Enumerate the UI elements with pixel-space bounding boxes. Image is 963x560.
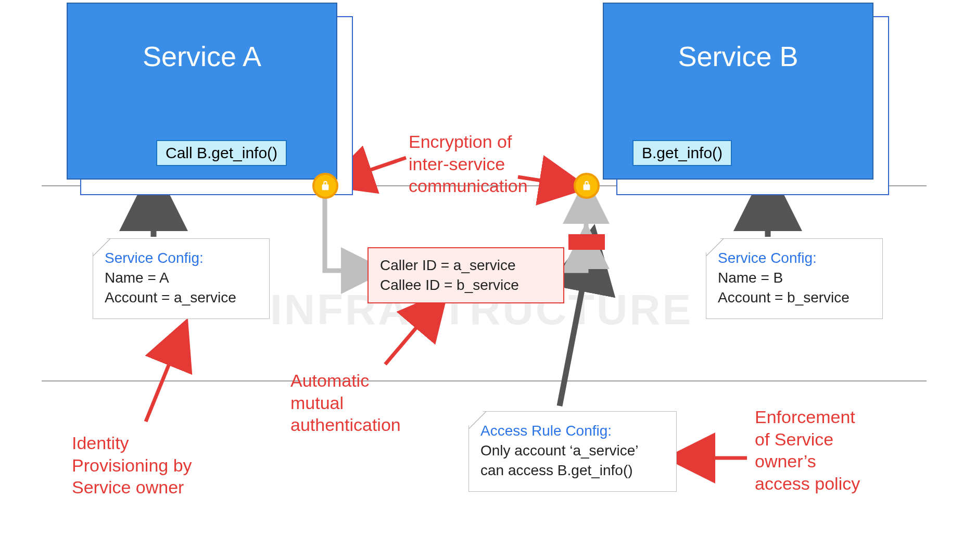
divider-line-bottom bbox=[42, 380, 927, 381]
encryption-annotation: Encryption of inter-service communicatio… bbox=[409, 131, 528, 197]
service-config-b-title: Service Config: bbox=[718, 248, 871, 268]
caller-id-line: Caller ID = a_service bbox=[380, 256, 552, 275]
service-config-b-account: Account = b_service bbox=[718, 288, 871, 308]
policy-gate-block bbox=[568, 234, 605, 250]
callee-id-line: Callee ID = b_service bbox=[380, 275, 552, 295]
service-config-a-title: Service Config: bbox=[105, 248, 258, 268]
service-config-b-name: Name = B bbox=[718, 268, 871, 288]
service-config-a-note: Service Config: Name = A Account = a_ser… bbox=[93, 238, 270, 319]
service-config-b-note: Service Config: Name = B Account = b_ser… bbox=[706, 238, 883, 319]
service-config-a-account: Account = a_service bbox=[105, 288, 258, 308]
access-rule-title: Access Rule Config: bbox=[480, 421, 665, 441]
svg-line-6 bbox=[146, 338, 180, 422]
caller-callee-id-box: Caller ID = a_service Callee ID = b_serv… bbox=[368, 247, 564, 303]
access-rule-note: Access Rule Config: Only account ‘a_serv… bbox=[468, 411, 677, 492]
access-rule-line2: can access B.get_info() bbox=[480, 461, 665, 480]
access-rule-line1: Only account ‘a_service’ bbox=[480, 441, 665, 461]
enforcement-annotation: Enforcement of Service owner’s access po… bbox=[755, 406, 860, 494]
service-b-title: Service B bbox=[604, 40, 872, 72]
lock-icon-left bbox=[312, 173, 338, 199]
identity-provisioning-annotation: Identity Provisioning by Service owner bbox=[72, 432, 192, 499]
mutual-auth-annotation: Automatic mutual authentication bbox=[290, 370, 401, 436]
service-config-a-name: Name = A bbox=[105, 268, 258, 288]
svg-line-4 bbox=[344, 158, 406, 179]
service-a-call-box: Call B.get_info() bbox=[156, 140, 287, 166]
service-b-call-box: B.get_info() bbox=[632, 140, 732, 166]
lock-icon-right bbox=[574, 173, 600, 199]
service-a-title: Service A bbox=[68, 40, 336, 72]
